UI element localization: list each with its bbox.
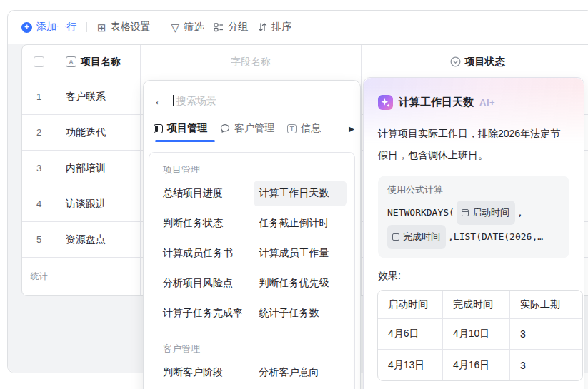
result-cell: 4月13日 — [378, 350, 443, 380]
scene-item[interactable]: 判断任务状态 — [157, 211, 251, 236]
field-name-placeholder: 字段名称 — [231, 56, 271, 69]
scene-item[interactable]: 判断客户阶段 — [157, 360, 251, 385]
grid-header-row: A 项目名称 字段名称 项目状态 — [22, 45, 588, 79]
formula-line-1: NETWORKDAYS( 启动时间 , — [387, 201, 560, 225]
scene-search-row: ← — [154, 86, 350, 115]
ai-scene-title: 计算工作日天数 — [399, 96, 474, 109]
field-pill-label: 完成时间 — [403, 226, 440, 248]
section-divider — [159, 335, 345, 335]
scene-item[interactable]: 总结项目进度 — [157, 181, 251, 206]
active-tab-underline — [155, 140, 215, 142]
scene-tabs: 项目管理 客户管理 T 信息 ▶ — [154, 116, 354, 141]
result-cell: 4月10日 — [443, 319, 510, 350]
chat-bubble-icon — [220, 123, 230, 133]
table-grid-icon: ⊞ — [97, 22, 106, 33]
toolbar: + 添加一行 ⊞ 表格设置 ▽ 筛选 分组 排序 — [21, 17, 291, 37]
result-header: 实际工期 — [510, 291, 582, 319]
text-cursor — [173, 95, 174, 106]
group-button[interactable]: 分组 — [214, 21, 248, 34]
plus-circle-icon: + — [21, 22, 32, 33]
scene-item[interactable]: 计算成员任务书 — [157, 241, 251, 266]
scene-item[interactable]: 判断任务优先级 — [254, 271, 347, 296]
group-icon — [214, 22, 224, 32]
scene-item-selected[interactable]: 计算工作日天数 — [254, 181, 347, 206]
formula-comma: , — [517, 202, 523, 223]
field-pill-finish-time[interactable]: 完成时间 — [387, 225, 446, 249]
scene-grid-project: 总结项目进度 计算工作日天数 判断任务状态 任务截止倒计时 计算成员任务书 计算… — [157, 181, 347, 326]
result-cell: 3 — [510, 319, 582, 350]
add-row-button[interactable]: + 添加一行 — [21, 21, 76, 34]
formula-function: NETWORKDAYS( — [387, 202, 454, 223]
toolbar-divider — [86, 22, 87, 32]
scene-search-input[interactable] — [176, 95, 350, 106]
scene-item[interactable]: 计算成员工作量 — [254, 241, 347, 266]
calendar-icon — [392, 233, 399, 241]
tab-project-management[interactable]: 项目管理 — [154, 122, 207, 135]
table-settings-button[interactable]: ⊞ 表格设置 — [97, 21, 151, 34]
filter-button[interactable]: ▽ 筛选 — [171, 21, 204, 34]
row-number: 4 — [36, 198, 41, 209]
sort-icon — [258, 22, 267, 32]
tab-information[interactable]: T 信息 — [287, 122, 321, 135]
bitable-app: + 添加一行 ⊞ 表格设置 ▽ 筛选 分组 排序 — [0, 0, 588, 389]
ai-scene-detail-panel: 计算工作日天数 AI+ 计算项目实际工作日，排除2026年法定节假日，包含调休上… — [363, 77, 584, 389]
project-name-cell[interactable]: 内部培训 — [66, 162, 106, 175]
text-tag-icon: T — [287, 124, 297, 133]
result-header: 完成时间 — [443, 291, 510, 319]
ai-panel-header: 计算工作日天数 AI+ — [364, 78, 584, 110]
project-name-cell[interactable]: 客户联系 — [66, 91, 106, 103]
column-label-project-name: 项目名称 — [81, 56, 121, 69]
filter-label: 筛选 — [184, 21, 204, 34]
project-name-cell[interactable]: 资源盘点 — [66, 233, 106, 246]
select-all-cell — [22, 45, 56, 79]
scene-item[interactable]: 计算子任务完成率 — [157, 300, 251, 326]
column-label-project-status: 项目状态 — [465, 56, 505, 69]
result-cell: 4月16日 — [443, 350, 510, 380]
scene-item[interactable]: 任务截止倒计时 — [254, 211, 347, 236]
column-header-project-name[interactable]: A 项目名称 — [56, 45, 141, 79]
ai-sparkle-icon — [378, 95, 393, 110]
row-number: 2 — [36, 127, 41, 138]
effect-label: 效果: — [378, 270, 569, 283]
filter-funnel-icon: ▽ — [171, 22, 180, 33]
sort-label: 排序 — [271, 21, 291, 34]
tab-label: 客户管理 — [234, 122, 274, 135]
ai-scene-description: 计算项目实际工作日，排除2026年法定节假日，包含调休上班日。 — [364, 110, 584, 166]
scene-grid-customer: 判断客户阶段 分析客户意向 — [157, 360, 347, 385]
select-all-checkbox[interactable] — [34, 56, 44, 67]
section-label-customer: 客户管理 — [157, 343, 347, 355]
tab-label: 项目管理 — [167, 122, 207, 135]
field-pill-start-time[interactable]: 启动时间 — [457, 201, 515, 225]
row-number: 3 — [36, 163, 41, 173]
kanban-icon — [154, 124, 163, 133]
formula-tail: ,LIST(DATE(2026,… — [448, 226, 543, 248]
formula-box: 使用公式计算 NETWORKDAYS( 启动时间 , 完成时间 ,LIST(DA… — [378, 176, 569, 258]
tab-customer-management[interactable]: 客户管理 — [220, 122, 274, 135]
result-table: 启动时间 完成时间 实际工期 4月6日 4月10日 3 4月13日 4月16日 … — [377, 290, 583, 381]
group-label: 分组 — [228, 21, 248, 34]
result-header: 启动时间 — [378, 291, 443, 319]
table-settings-label: 表格设置 — [111, 21, 151, 34]
scene-list: 项目管理 总结项目进度 计算工作日天数 判断任务状态 任务截止倒计时 计算成员任… — [149, 152, 355, 389]
field-pill-label: 启动时间 — [472, 202, 509, 223]
add-row-label: 添加一行 — [36, 21, 76, 34]
column-header-project-status[interactable]: 项目状态 — [362, 45, 588, 79]
scene-item[interactable]: 分析项目风险点 — [157, 271, 251, 296]
back-arrow-icon[interactable]: ← — [154, 95, 166, 107]
row-number: 1 — [36, 91, 41, 102]
column-header-field-name[interactable]: 字段名称 — [141, 45, 362, 79]
section-label-project: 项目管理 — [157, 163, 347, 176]
formula-label: 使用公式计算 — [387, 183, 560, 196]
tabs-scroll-right-icon[interactable]: ▶ — [349, 125, 354, 133]
stats-label: 统计 — [31, 271, 48, 283]
result-cell: 3 — [510, 350, 582, 380]
scene-item[interactable]: 分析客户意向 — [254, 360, 347, 385]
row-number: 5 — [36, 234, 41, 245]
project-name-cell[interactable]: 功能迭代 — [66, 126, 106, 139]
project-name-cell[interactable]: 访谈跟进 — [66, 198, 106, 211]
tab-label: 信息 — [301, 122, 321, 135]
sort-button[interactable]: 排序 — [258, 21, 291, 34]
scene-item[interactable]: 统计子任务数 — [254, 300, 347, 326]
select-field-icon — [450, 56, 461, 67]
scene-picker-panel: ← 项目管理 客户管理 T 信息 ▶ 项目管理 — [143, 80, 361, 389]
